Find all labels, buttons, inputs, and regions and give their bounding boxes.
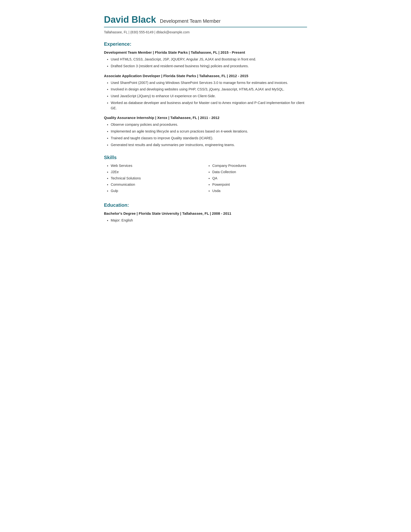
skill-item: Data Collection — [212, 170, 307, 174]
skills-grid: Web Services J2Ee Technical Solutions Co… — [104, 164, 307, 195]
candidate-title: Development Team Member — [160, 18, 221, 24]
skills-section: Skills Web Services J2Ee Technical Solut… — [104, 155, 307, 195]
skill-item: QA — [212, 176, 307, 180]
job-title-1: Development Team Member | Florida State … — [104, 50, 307, 54]
experience-section: Experience: Development Team Member | Fl… — [104, 41, 307, 148]
bullet-item: Used HTML5, CSS3, JavaScript, JSP, JQUER… — [111, 57, 307, 62]
skill-item: J2Ee — [111, 170, 206, 174]
skill-item: Communication — [111, 183, 206, 186]
experience-section-title: Experience: — [104, 41, 307, 47]
candidate-name: David Black — [104, 15, 156, 25]
education-section-title: Education: — [104, 202, 307, 208]
education-bullets-1: Major: English — [111, 218, 307, 223]
bullet-item: Trained and taught classes to improve Qu… — [111, 136, 307, 141]
bullet-item: Used JavaScript (JQuery) to enhance UI e… — [111, 94, 307, 99]
bullet-item: Involved in design and developing websit… — [111, 87, 307, 92]
skill-item: Web Services — [111, 164, 206, 168]
bullet-item: Drafted Section 3 (resident and resident… — [111, 64, 307, 69]
bullet-item: Used SharePoint (2007) and using Windows… — [111, 80, 307, 86]
bullet-item: Observe company policies and procedures. — [111, 122, 307, 127]
bullet-item: Generated test results and daily summari… — [111, 142, 307, 148]
resume-header: David Black Development Team Member — [104, 15, 307, 25]
job-title-3: Quality Assurance Internship | Xerox | T… — [104, 116, 307, 120]
job-bullets-3: Observe company policies and procedures.… — [111, 122, 307, 148]
job-bullets-1: Used HTML5, CSS3, JavaScript, JSP, JQUER… — [111, 57, 307, 69]
job-title-2: Associate Application Developer | Florid… — [104, 74, 307, 78]
skill-item: Company Procedures — [212, 164, 307, 168]
skills-col-2: Company Procedures Data Collection QA Po… — [212, 164, 307, 195]
skills-section-title: Skills — [104, 155, 307, 160]
skill-item: Powerpoint — [212, 183, 307, 186]
bullet-item: Major: English — [111, 218, 307, 223]
bullet-item: Implemented an agile testing lifecycle a… — [111, 129, 307, 134]
bullet-item: Worked as database developer and busines… — [111, 100, 307, 111]
skill-item: Usda — [212, 189, 307, 193]
skills-col-1: Web Services J2Ee Technical Solutions Co… — [111, 164, 206, 195]
education-title-1: Bachelor's Degree | Florida State Univer… — [104, 211, 307, 216]
skill-item: Technical Solutions — [111, 176, 206, 180]
header-divider — [104, 27, 307, 27]
skill-item: Gulp — [111, 189, 206, 193]
job-bullets-2: Used SharePoint (2007) and using Windows… — [111, 80, 307, 111]
contact-info: Tallahassee, FL | (830) 555-6149 | dblac… — [104, 30, 307, 34]
education-section: Education: Bachelor's Degree | Florida S… — [104, 202, 307, 223]
